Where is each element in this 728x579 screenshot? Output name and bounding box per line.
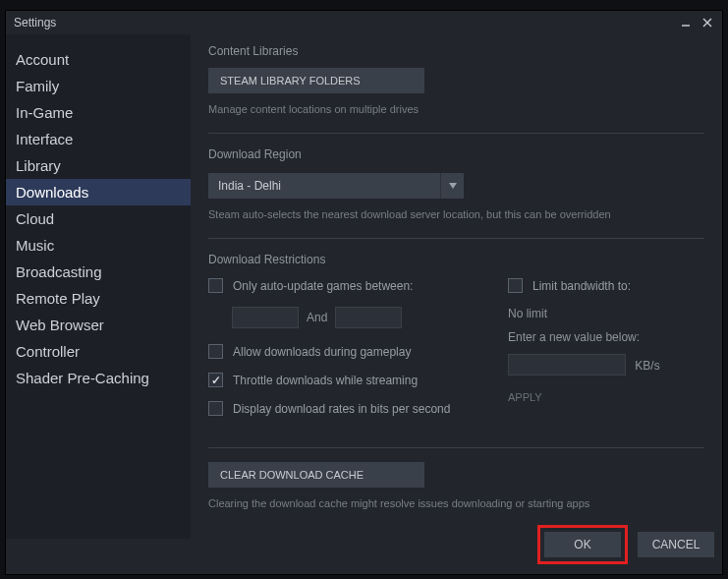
content-area: Account Family In-Game Interface Library… bbox=[6, 34, 722, 539]
cache-desc: Clearing the download cache might resolv… bbox=[208, 497, 704, 509]
sidebar-item-broadcasting[interactable]: Broadcasting bbox=[6, 259, 191, 285]
titlebar-buttons bbox=[679, 16, 714, 29]
sidebar-item-interface[interactable]: Interface bbox=[6, 126, 191, 152]
allow-gameplay-checkbox[interactable] bbox=[208, 344, 223, 359]
time-range-row: And bbox=[232, 307, 469, 328]
ok-highlight-box: OK bbox=[537, 525, 628, 564]
apply-button[interactable]: APPLY bbox=[508, 391, 542, 403]
ok-button[interactable]: OK bbox=[544, 532, 621, 557]
throttle-label: Throttle downloads while streaming bbox=[233, 374, 418, 387]
titlebar: Settings bbox=[6, 11, 722, 34]
sidebar: Account Family In-Game Interface Library… bbox=[6, 34, 191, 539]
content-libraries-title: Content Libraries bbox=[208, 44, 704, 58]
sidebar-item-web-browser[interactable]: Web Browser bbox=[6, 312, 191, 338]
sidebar-item-cloud[interactable]: Cloud bbox=[6, 205, 191, 232]
svg-marker-3 bbox=[449, 183, 457, 189]
auto-update-checkbox[interactable] bbox=[208, 278, 223, 293]
enter-value-label: Enter a new value below: bbox=[508, 330, 704, 344]
chevron-down-icon bbox=[440, 173, 464, 199]
bits-checkbox[interactable] bbox=[208, 401, 223, 416]
auto-update-label: Only auto-update games between: bbox=[233, 279, 413, 293]
throttle-row: Throttle downloads while streaming bbox=[208, 373, 469, 387]
limit-bandwidth-checkbox[interactable] bbox=[508, 278, 523, 293]
download-region-selected: India - Delhi bbox=[208, 173, 440, 199]
sidebar-item-in-game[interactable]: In-Game bbox=[6, 99, 191, 126]
clear-download-cache-button[interactable]: CLEAR DOWNLOAD CACHE bbox=[208, 462, 424, 488]
sidebar-item-family[interactable]: Family bbox=[6, 73, 191, 99]
close-button[interactable] bbox=[700, 16, 714, 29]
sidebar-item-downloads[interactable]: Downloads bbox=[6, 179, 191, 205]
limit-bandwidth-label: Limit bandwidth to: bbox=[532, 279, 631, 293]
time-end-input[interactable] bbox=[335, 307, 402, 328]
steam-library-folders-button[interactable]: STEAM LIBRARY FOLDERS bbox=[208, 68, 424, 93]
restrictions-col-left: Only auto-update games between: And Allo… bbox=[208, 278, 469, 430]
sidebar-item-music[interactable]: Music bbox=[6, 232, 191, 259]
divider bbox=[208, 133, 704, 134]
allow-gameplay-row: Allow downloads during gameplay bbox=[208, 344, 469, 359]
content-libraries-desc: Manage content locations on multiple dri… bbox=[208, 103, 704, 115]
divider bbox=[208, 447, 704, 448]
bandwidth-input-row: KB/s bbox=[508, 354, 704, 376]
time-start-input[interactable] bbox=[232, 307, 299, 328]
minimize-button[interactable] bbox=[679, 16, 693, 29]
allow-gameplay-label: Allow downloads during gameplay bbox=[233, 345, 411, 359]
bandwidth-unit: KB/s bbox=[635, 359, 659, 373]
sidebar-item-library[interactable]: Library bbox=[6, 152, 191, 179]
restrictions-row: Only auto-update games between: And Allo… bbox=[208, 278, 704, 430]
download-region-title: Download Region bbox=[208, 147, 704, 161]
window-title: Settings bbox=[14, 16, 679, 29]
divider bbox=[208, 238, 704, 239]
throttle-checkbox[interactable] bbox=[208, 373, 223, 387]
main-panel: Content Libraries STEAM LIBRARY FOLDERS … bbox=[191, 34, 722, 539]
bandwidth-input[interactable] bbox=[508, 354, 626, 376]
download-region-dropdown[interactable]: India - Delhi bbox=[208, 173, 464, 199]
limit-bandwidth-row: Limit bandwidth to: bbox=[508, 278, 704, 293]
sidebar-item-remote-play[interactable]: Remote Play bbox=[6, 285, 191, 312]
bits-row: Display download rates in bits per secon… bbox=[208, 401, 469, 416]
auto-update-row: Only auto-update games between: bbox=[208, 278, 469, 293]
sidebar-item-shader-pre-caching[interactable]: Shader Pre-Caching bbox=[6, 365, 191, 391]
no-limit-label: No limit bbox=[508, 307, 704, 320]
and-text: And bbox=[307, 311, 327, 324]
cancel-button[interactable]: CANCEL bbox=[638, 532, 714, 557]
bits-label: Display download rates in bits per secon… bbox=[233, 402, 450, 416]
footer: OK CANCEL bbox=[537, 525, 714, 564]
download-region-desc: Steam auto-selects the nearest download … bbox=[208, 208, 704, 220]
sidebar-item-account[interactable]: Account bbox=[6, 46, 191, 73]
sidebar-item-controller[interactable]: Controller bbox=[6, 338, 191, 365]
settings-window: Settings Account Family In-Game Interfac… bbox=[5, 10, 723, 575]
download-restrictions-title: Download Restrictions bbox=[208, 253, 704, 266]
restrictions-col-right: Limit bandwidth to: No limit Enter a new… bbox=[508, 278, 704, 430]
